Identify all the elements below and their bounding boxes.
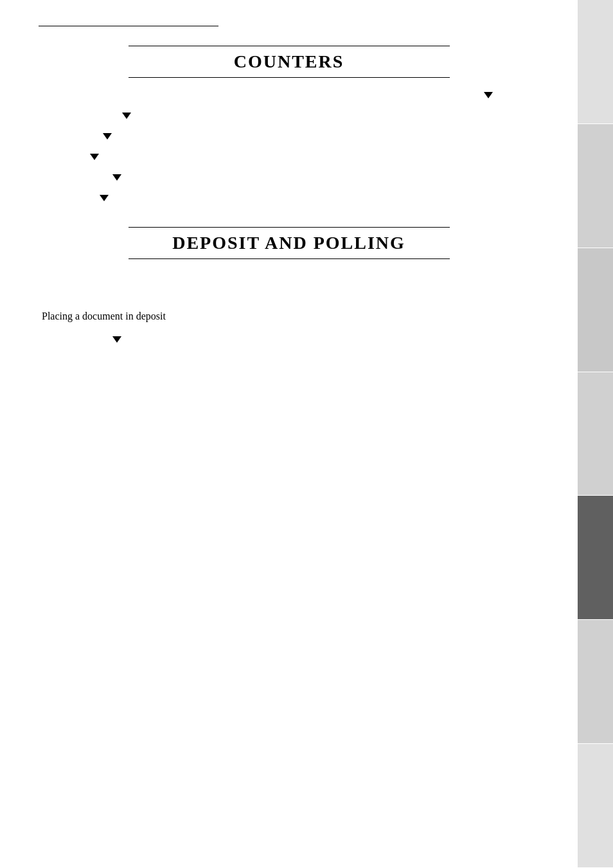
sidebar-tab-5[interactable] [578,496,613,620]
counters-header: COUNTERS [39,51,539,72]
counter-dropdown-arrow-3[interactable] [103,133,112,140]
deposit-header: DEPOSIT AND POLLING [39,233,539,253]
deposit-section: DEPOSIT AND POLLING Placing a document i… [39,227,539,343]
counters-divider-bottom [129,77,450,78]
deposit-title: DEPOSIT AND POLLING [172,233,405,253]
sidebar-tab-1[interactable] [578,0,613,124]
counter-row-5 [39,174,539,181]
sidebar-right [578,0,613,868]
deposit-divider-top [129,227,450,228]
sidebar-tab-2[interactable] [578,124,613,248]
sidebar-tab-3[interactable] [578,248,613,372]
deposit-divider-bottom [129,258,450,259]
counters-dropdowns [39,92,539,201]
counter-row-2 [39,113,539,119]
counters-divider-top [129,46,450,46]
sidebar-tab-6[interactable] [578,620,613,744]
counter-row-1 [39,92,539,98]
counter-row-6 [39,195,539,201]
counter-dropdown-arrow-6[interactable] [100,195,109,201]
top-decorative-line [39,26,218,26]
deposit-bottom-label: Placing a document in deposit [39,311,539,322]
sidebar-tab-7[interactable] [578,744,613,868]
counter-row-4 [39,154,539,160]
deposit-arrow-row [39,336,539,343]
counter-dropdown-arrow-4[interactable] [90,154,99,160]
deposit-dropdown-arrow-1[interactable] [112,336,121,343]
counters-title: COUNTERS [234,51,344,71]
sidebar-tab-4[interactable] [578,372,613,496]
counter-dropdown-arrow-5[interactable] [112,174,121,181]
counter-dropdown-arrow-2[interactable] [122,113,131,119]
counter-dropdown-arrow-1[interactable] [484,92,493,98]
counter-row-3 [39,133,539,140]
counters-section: COUNTERS [39,46,539,201]
